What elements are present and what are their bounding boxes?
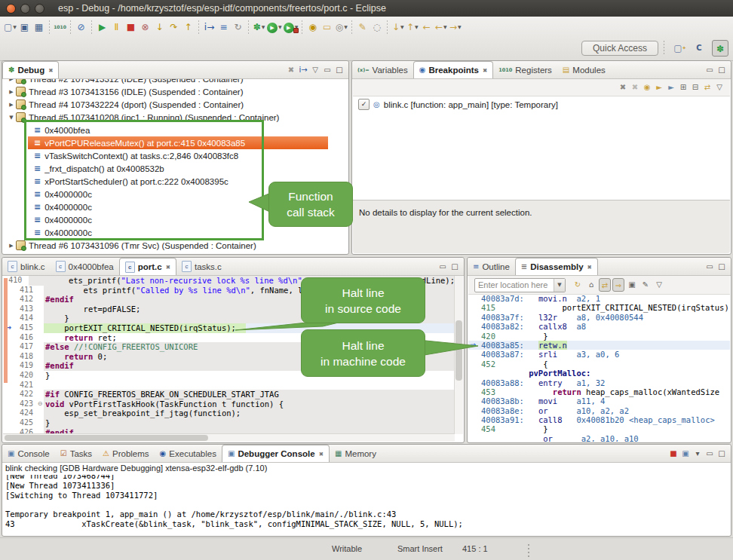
external-tools-button[interactable]: ▶▼ (283, 20, 299, 35)
thread-row[interactable]: ▶Thread #2 1073413312 (IDLE) (Suspended … (3, 79, 348, 85)
skip-all-breakpoints-button[interactable]: ⊘ (74, 20, 88, 35)
collapse-all-button[interactable]: ⊟ (689, 81, 701, 94)
fold-marker-icon[interactable]: ⊖ (36, 399, 44, 409)
source-code-area[interactable]: 410 ets_printf("Last non-recursive lock … (3, 276, 455, 434)
code-line[interactable]: 413 ret=pdFALSE; (3, 304, 455, 314)
thread-row[interactable]: ▶Thread #4 1073432224 (dport) (Suspended… (3, 98, 348, 111)
thread-row[interactable]: ▶Thread #3 1073413156 (IDLE) (Suspended … (3, 85, 348, 98)
minimize-button[interactable]: ▭ (321, 63, 333, 77)
cpp-perspective-button[interactable]: C (691, 40, 707, 57)
disassembly-line[interactable]: 420 } (468, 332, 730, 341)
maximize-button[interactable]: □ (333, 63, 345, 77)
back-history-button[interactable]: ←▼ (434, 20, 448, 35)
tree-twisty-icon[interactable]: ▼ (8, 115, 15, 121)
restart-button[interactable]: ↻ (231, 20, 245, 35)
disassembly-line[interactable]: 452 { (468, 360, 730, 369)
tab-debug[interactable]: ✽Debug✖ (2, 61, 59, 78)
code-line[interactable]: 412#endif (3, 295, 455, 304)
show-supported-breakpoints-button[interactable]: ◉ (641, 81, 653, 94)
tab-memory[interactable]: ▦Memory (330, 445, 382, 462)
link-with-debug-button[interactable]: ⇄ (701, 81, 713, 94)
close-tab-icon[interactable]: ✖ (483, 67, 487, 74)
code-line[interactable]: 414 } (3, 314, 455, 323)
disassembly-line[interactable]: 453 return heap_caps_malloc(xWantedSize (468, 387, 730, 396)
tab-problems[interactable]: ⚠Problems (97, 445, 155, 462)
annotation-navigation-button[interactable]: ◌ (370, 20, 384, 35)
combo-dropdown-icon[interactable]: ▼ (554, 279, 565, 292)
stack-frame-row[interactable]: ≡0x4000000c (28, 226, 348, 239)
terminate-console-button[interactable]: ■ (667, 447, 679, 461)
stack-frame-row[interactable]: ≡0x4000bfea (28, 124, 348, 136)
stack-frame-row[interactable]: ≡0x4000000c (28, 200, 348, 213)
editor-tab-tasks-c[interactable]: ctasks.c (176, 258, 227, 275)
disassembly-line[interactable]: 40083a91: call8 0x40081b20 <heap_caps_ma… (468, 415, 730, 424)
tab-console[interactable]: ▣Console (2, 445, 55, 462)
tree-twisty-icon[interactable]: ▶ (8, 79, 15, 82)
code-line[interactable]: 419#endif (3, 361, 455, 371)
remove-breakpoint-button[interactable]: ✖ (617, 81, 629, 94)
code-line[interactable]: 416 return ret; (3, 333, 455, 343)
resume-button[interactable]: ▶ (95, 20, 109, 35)
refresh-icon[interactable]: ↻ (572, 278, 584, 292)
stack-frame-row[interactable]: ≡xPortStartScheduler() at port.c:222 0x4… (28, 175, 348, 188)
tab-registers[interactable]: 1010Registers (493, 61, 557, 78)
step-over-button[interactable]: ↷ (167, 20, 181, 35)
tree-twisty-icon[interactable]: ▶ (8, 102, 15, 108)
code-line[interactable]: 423⊖void vPortFirstTaskHook(TaskFunction… (3, 399, 455, 409)
goto-breakpoint-file-button[interactable]: ► (653, 81, 665, 94)
stack-frame-row[interactable]: ≡_frxt_dispatch() at 0x4008532b (28, 162, 348, 175)
minimize-button[interactable]: ▭ (704, 63, 716, 77)
step-return-button[interactable]: ↑ (181, 20, 195, 35)
open-perspective-button[interactable]: ▢✦ (670, 40, 686, 57)
disassembly-line[interactable]: pvPortMalloc: (468, 369, 730, 378)
tab-breakpoints[interactable]: ◉Breakpoints✖ (413, 61, 494, 78)
save-button[interactable]: ▣ (17, 20, 32, 35)
disassembly-line[interactable]: 415 portEXIT_CRITICAL_NESTED(irqStatus) (468, 303, 730, 312)
disassembly-line[interactable]: 40083a7d: movi.n a2, 1 (468, 294, 730, 303)
instruction-stepping-button[interactable]: i→ (202, 20, 216, 35)
disassembly-line[interactable]: ⇒40083a85: retw.n (468, 341, 730, 350)
editor-tab-blink-c[interactable]: cblink.c (2, 258, 51, 275)
use-step-filters-button[interactable]: ≡ (216, 20, 231, 35)
close-tab-icon[interactable]: ✖ (587, 264, 592, 271)
disassembly-line[interactable]: 40083a87: srli a3, a0, 6 (468, 350, 730, 359)
tab-variables[interactable]: (x)=Variables (352, 61, 413, 78)
close-tab-icon[interactable]: ✖ (166, 264, 170, 271)
breakpoint-checkbox[interactable]: ✓ (358, 99, 370, 110)
search-button[interactable]: ◎▼ (334, 20, 348, 35)
location-input[interactable]: Enter location here (475, 280, 554, 289)
code-line[interactable]: 425} (3, 418, 455, 428)
code-line[interactable]: 410 ets_printf("Last non-recursive lock … (3, 276, 455, 286)
pin-view-button[interactable]: ✎ (639, 278, 652, 292)
minimize-window-button[interactable] (20, 4, 30, 14)
disassembly-line[interactable]: 40083a8e: or a10, a2, a2 (468, 406, 730, 415)
code-line[interactable]: 424 esp_set_breakpoint_if_jtag(function)… (3, 409, 455, 418)
suspend-button[interactable]: Ⅱ (109, 20, 124, 35)
forward-history-button[interactable]: →▼ (448, 20, 462, 35)
select-breakpoint-button[interactable]: ► (665, 81, 677, 94)
instruction-stepping-toggle[interactable]: i→ (297, 63, 309, 77)
step-into-button[interactable]: ↓ (152, 20, 167, 35)
quick-access-button[interactable]: Quick Access (581, 41, 658, 56)
minimize-button[interactable]: ▭ (437, 260, 449, 274)
disassembly-line[interactable]: 454 } (468, 424, 730, 433)
maximize-button[interactable]: □ (449, 260, 461, 274)
remove-all-terminated-button[interactable]: ✖ (285, 63, 297, 77)
disassembly-code-area[interactable]: 40083a7d: movi.n a2, 1415 portEXIT_CRITI… (468, 294, 730, 442)
display-console-button[interactable]: ▣ (679, 447, 692, 461)
maximize-button[interactable]: □ (716, 260, 728, 274)
stack-frame-row[interactable]: ≡0x4000000c (28, 213, 348, 226)
home-icon[interactable]: ⌂ (585, 278, 597, 292)
registers-view-button[interactable]: 1010 (53, 20, 67, 35)
view-menu-button[interactable]: ▽ (309, 63, 321, 77)
thread-row[interactable]: ▶Thread #6 1073431096 (Tmr Svc) (Suspend… (3, 239, 348, 252)
code-line[interactable]: 417#else //!CONFIG_FREERTOS_UNICORE (3, 342, 455, 352)
expand-all-button[interactable]: ⊞ (677, 81, 689, 94)
maximize-button[interactable]: □ (716, 63, 728, 77)
disassembly-line[interactable]: 40083a8b: movi a11, 4 (468, 396, 730, 405)
view-menu-button[interactable]: ▽ (653, 278, 665, 292)
console-dropdown-button[interactable]: ▾ (692, 447, 704, 461)
code-line[interactable]: 422#if CONFIG_FREERTOS_BREAK_ON_SCHEDULE… (3, 390, 455, 399)
code-line[interactable]: 418 return 0; (3, 352, 455, 362)
new-wizard-button[interactable]: ▢▼ (3, 20, 17, 35)
